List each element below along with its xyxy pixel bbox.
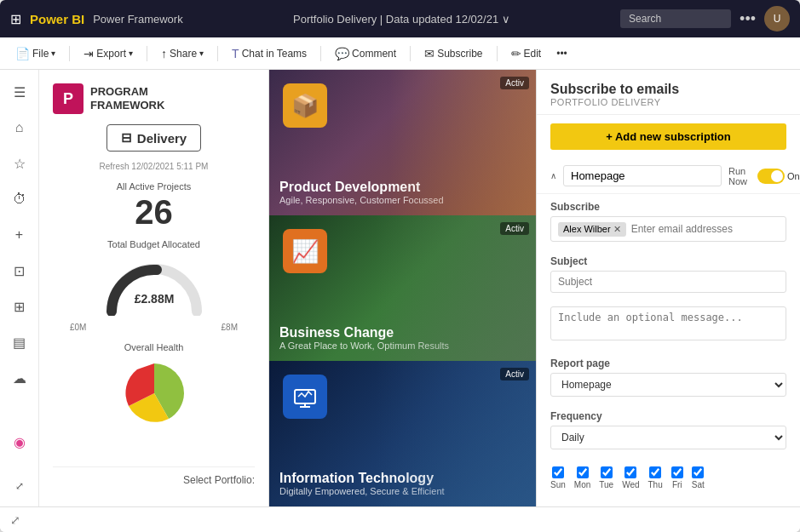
chat-btn[interactable]: T Chat in Teams bbox=[227, 44, 312, 63]
budget-gauge: £2.88M bbox=[53, 256, 255, 316]
tile-information-technology[interactable]: Activ Information Technology Digitally E… bbox=[269, 361, 536, 506]
avatar[interactable]: U bbox=[764, 6, 790, 31]
pf-logo-text: PROGRAM FRAMEWORK bbox=[90, 85, 164, 112]
frequency-section: Frequency Daily bbox=[537, 403, 800, 456]
tile-icon-1: 📦 bbox=[283, 83, 327, 128]
ribbon-more-btn[interactable]: ••• bbox=[551, 45, 573, 62]
powerbi-logo: Power BI bbox=[30, 12, 84, 26]
subscribe-panel: Subscribe to emails PORTFOLIO DELIVERY +… bbox=[536, 70, 800, 506]
sidebar-home-icon[interactable]: ⌂ bbox=[4, 112, 35, 143]
file-menu[interactable]: 📄 File ▾ bbox=[10, 44, 60, 63]
day-fri[interactable]: Fri bbox=[671, 466, 683, 489]
export-label: Export bbox=[96, 48, 126, 60]
active-projects-label: All Active Projects bbox=[53, 181, 255, 192]
edit-btn[interactable]: ✏ Edit bbox=[506, 44, 547, 63]
budget-min: £0M bbox=[70, 323, 86, 332]
add-subscription-button[interactable]: + Add new subscription bbox=[550, 123, 786, 150]
tile-icon-2: 📈 bbox=[283, 229, 327, 273]
day-mon[interactable]: Mon bbox=[574, 466, 590, 489]
scheduled-time-section: Scheduled Time 7 15 PM (UTC) Dublin, Edi… bbox=[537, 500, 800, 506]
delivery-label: Delivery bbox=[137, 131, 187, 146]
report-page-label: Report page bbox=[550, 358, 786, 369]
toggle-control[interactable]: On bbox=[757, 169, 800, 184]
frequency-select[interactable]: Daily bbox=[550, 426, 786, 449]
day-wed[interactable]: Wed bbox=[622, 466, 639, 489]
sidebar-list-icon[interactable]: ▤ bbox=[4, 327, 35, 358]
frequency-label: Frequency bbox=[550, 410, 786, 422]
search-input[interactable] bbox=[620, 9, 731, 28]
expand-icon[interactable]: ⤢ bbox=[10, 513, 20, 527]
email-tag: Alex Wilber ✕ bbox=[558, 222, 626, 237]
day-sat[interactable]: Sat bbox=[692, 466, 705, 489]
message-section bbox=[537, 300, 800, 351]
sidebar-cloud-icon[interactable]: ☁ bbox=[4, 363, 35, 393]
refresh-time: Refresh 12/02/2021 5:11 PM bbox=[53, 162, 255, 171]
sidebar-favorites-icon[interactable]: ☆ bbox=[4, 148, 35, 179]
comment-btn[interactable]: 💬 Comment bbox=[330, 44, 401, 63]
tile-1-active-badge: Activ bbox=[500, 77, 529, 89]
delivery-icon: ⊟ bbox=[121, 130, 132, 146]
remove-email-icon[interactable]: ✕ bbox=[613, 224, 621, 235]
toggle-track[interactable] bbox=[757, 169, 785, 184]
ribbon-separator-6 bbox=[497, 46, 498, 61]
subscription-name-input[interactable] bbox=[563, 165, 722, 186]
subject-input[interactable] bbox=[550, 271, 786, 293]
sidebar-menu-icon[interactable]: ☰ bbox=[4, 77, 35, 107]
gauge-labels: £0M £8M bbox=[53, 323, 255, 332]
edit-label: Edit bbox=[524, 48, 542, 60]
bottom-bar: ⤢ bbox=[0, 506, 800, 532]
app-name: Power Framework bbox=[93, 13, 182, 26]
active-projects-count: 26 bbox=[53, 195, 255, 229]
sidebar-apps-icon[interactable]: ⊡ bbox=[4, 255, 35, 286]
comment-icon: 💬 bbox=[335, 47, 349, 60]
more-options-icon[interactable]: ••• bbox=[740, 10, 756, 28]
file-icon: 📄 bbox=[15, 47, 30, 60]
toggle-thumb bbox=[771, 170, 783, 182]
subject-section: Subject bbox=[537, 249, 800, 300]
ribbon-separator-2 bbox=[147, 46, 147, 61]
email-field[interactable]: Alex Wilber ✕ bbox=[550, 216, 786, 242]
budget-max: £8M bbox=[222, 323, 238, 332]
file-label: File bbox=[32, 48, 49, 60]
tile-2-active-badge: Activ bbox=[500, 222, 529, 235]
chevron-down-icon[interactable]: ∧ bbox=[550, 171, 556, 180]
health-label: Overall Health bbox=[53, 342, 255, 352]
ribbon-separator-5 bbox=[410, 46, 411, 61]
toggle-label: On bbox=[787, 171, 800, 181]
export-menu[interactable]: ⇥ Export ▾ bbox=[78, 44, 138, 63]
grid-icon[interactable]: ⊞ bbox=[10, 11, 21, 27]
delivery-button[interactable]: ⊟ Delivery bbox=[106, 124, 201, 152]
subscribe-label: Subscribe bbox=[437, 48, 482, 60]
sidebar-create-icon[interactable]: + bbox=[4, 220, 35, 250]
subscription-row: ∧ Run Now On 🗑 bbox=[537, 158, 800, 194]
sidebar-collapse-icon[interactable]: ⤢ bbox=[4, 471, 35, 501]
subscribe-subtitle: PORTFOLIO DELIVERY bbox=[550, 97, 786, 107]
share-label: Share bbox=[170, 48, 197, 60]
day-tue[interactable]: Tue bbox=[599, 466, 613, 489]
tiles-panel: 📦 Activ Product Development Agile, Respo… bbox=[269, 70, 536, 506]
svg-text:£2.88M: £2.88M bbox=[134, 292, 174, 306]
tile-3-active-badge: Activ bbox=[500, 368, 529, 380]
subscribe-form-label: Subscribe bbox=[550, 201, 786, 213]
day-sun[interactable]: Sun bbox=[550, 466, 566, 489]
sidebar-recent-icon[interactable]: ⏱ bbox=[4, 184, 35, 215]
left-panel: P PROGRAM FRAMEWORK ⊟ Delivery Refresh 1… bbox=[39, 70, 269, 506]
report-page-section: Report page Homepage bbox=[537, 351, 800, 403]
subscribe-btn[interactable]: ✉ Subscribe bbox=[419, 44, 487, 63]
email-input[interactable] bbox=[631, 223, 779, 235]
days-checkboxes: Sun Mon Tue Wed Thu Fri Sat bbox=[550, 466, 786, 489]
days-section: Sun Mon Tue Wed Thu Fri Sat bbox=[537, 456, 800, 500]
tile-business-change[interactable]: 📈 Activ Business Change A Great Place to… bbox=[269, 215, 536, 361]
ribbon-separator-3 bbox=[217, 46, 218, 61]
tile-product-development[interactable]: 📦 Activ Product Development Agile, Respo… bbox=[269, 70, 536, 215]
file-chevron: ▾ bbox=[51, 49, 55, 58]
subscribe-title: Subscribe to emails bbox=[550, 82, 786, 97]
message-input[interactable] bbox=[550, 306, 786, 340]
sidebar-account-icon[interactable]: ◉ bbox=[4, 426, 35, 457]
share-btn[interactable]: ↑ Share ▾ bbox=[156, 44, 209, 63]
day-thu[interactable]: Thu bbox=[648, 466, 663, 489]
report-page-select[interactable]: Homepage bbox=[550, 373, 786, 397]
pf-logo-icon: P bbox=[53, 83, 83, 114]
program-framework-logo: P PROGRAM FRAMEWORK bbox=[53, 83, 255, 114]
sidebar-workspaces-icon[interactable]: ⊞ bbox=[4, 291, 35, 322]
